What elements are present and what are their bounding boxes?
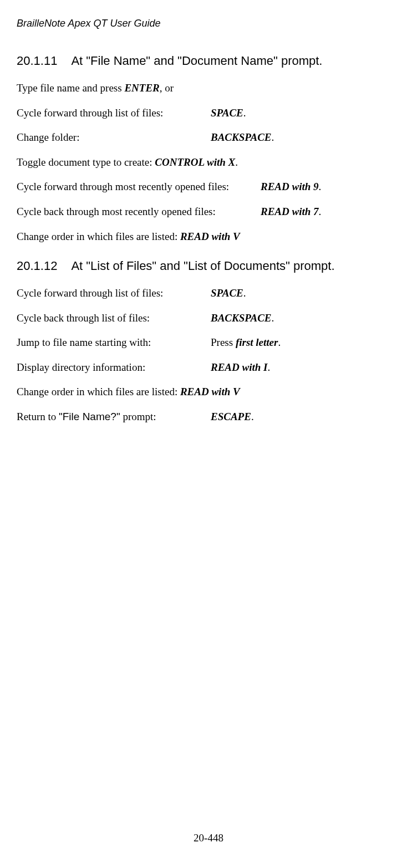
doc-header: BrailleNote Apex QT User Guide bbox=[17, 17, 395, 30]
command-label: Change order in which files are listed: bbox=[17, 386, 180, 397]
text: , or bbox=[160, 82, 174, 94]
key: CONTROL with X bbox=[155, 156, 235, 168]
text: Type file name and press bbox=[17, 82, 124, 94]
text: . bbox=[278, 336, 281, 348]
command-key: READ with 7. bbox=[261, 205, 321, 219]
command-row: Display directory information: READ with… bbox=[17, 360, 395, 375]
command-label: Toggle document type to create: bbox=[17, 156, 155, 168]
key: READ with V bbox=[180, 231, 240, 242]
command-label: Cycle forward through list of files: bbox=[17, 286, 211, 301]
command-row: Jump to file name starting with: Press f… bbox=[17, 335, 395, 350]
command-row: Cycle back through list of files: BACKSP… bbox=[17, 311, 395, 326]
key: READ with I bbox=[211, 361, 267, 373]
command-label: Change order in which files are listed: bbox=[17, 231, 180, 242]
command-key: BACKSPACE. bbox=[211, 311, 274, 326]
key: ENTER bbox=[124, 82, 159, 94]
text: Press bbox=[211, 336, 236, 348]
command-row: Cycle back through most recently opened … bbox=[17, 205, 395, 219]
command-row: Cycle forward through list of files: SPA… bbox=[17, 286, 395, 301]
command-label: Cycle forward through list of files: bbox=[17, 106, 211, 121]
text: . bbox=[243, 107, 246, 119]
text: . bbox=[271, 312, 274, 324]
text: Return to bbox=[17, 411, 59, 422]
key: SPACE bbox=[211, 287, 243, 299]
text: . bbox=[319, 181, 322, 192]
prompt-name: "File Name?" bbox=[59, 411, 120, 422]
section-title: At "File Name" and "Document Name" promp… bbox=[71, 54, 322, 68]
key: READ with 7 bbox=[261, 206, 319, 217]
command-row: Change order in which files are listed: … bbox=[17, 385, 395, 400]
command-key: Press first letter. bbox=[211, 335, 281, 350]
text: . bbox=[251, 411, 254, 422]
intro-line: Type file name and press ENTER, or bbox=[17, 81, 395, 96]
text: prompt: bbox=[120, 411, 156, 422]
command-key: READ with 9. bbox=[261, 180, 321, 195]
command-label: Cycle back through list of files: bbox=[17, 311, 211, 326]
command-label: Return to "File Name?" prompt: bbox=[17, 410, 211, 425]
command-key: SPACE. bbox=[211, 106, 246, 121]
section-number: 20.1.11 bbox=[17, 53, 57, 70]
section-heading-1: 20.1.11At "File Name" and "Document Name… bbox=[17, 53, 395, 70]
text: . bbox=[319, 206, 322, 217]
key: BACKSPACE bbox=[211, 312, 271, 324]
command-row: Cycle forward through list of files: SPA… bbox=[17, 106, 395, 121]
text: . bbox=[267, 361, 270, 373]
command-row: Cycle forward through most recently open… bbox=[17, 180, 395, 195]
key: ESCAPE bbox=[211, 411, 251, 422]
text: . bbox=[243, 287, 246, 299]
key: READ with 9 bbox=[261, 181, 319, 192]
command-label: Change folder: bbox=[17, 130, 211, 145]
command-label: Cycle back through most recently opened … bbox=[17, 205, 261, 219]
command-key: ESCAPE. bbox=[211, 410, 254, 425]
command-row: Toggle document type to create: CONTROL … bbox=[17, 155, 395, 170]
section-heading-2: 20.1.12At "List of Files" and "List of D… bbox=[17, 258, 395, 275]
section-title: At "List of Files" and "List of Document… bbox=[71, 259, 334, 273]
text: . bbox=[271, 131, 274, 143]
key: SPACE bbox=[211, 107, 243, 119]
command-key: SPACE. bbox=[211, 286, 246, 301]
key: first letter bbox=[236, 336, 278, 348]
command-row: Change folder: BACKSPACE. bbox=[17, 130, 395, 145]
key: BACKSPACE bbox=[211, 131, 271, 143]
command-row: Change order in which files are listed: … bbox=[17, 229, 395, 244]
command-row: Return to "File Name?" prompt: ESCAPE. bbox=[17, 410, 395, 425]
key: READ with V bbox=[180, 386, 240, 397]
command-label: Jump to file name starting with: bbox=[17, 335, 211, 350]
command-key: BACKSPACE. bbox=[211, 130, 274, 145]
section-number: 20.1.12 bbox=[17, 258, 57, 275]
command-label: Display directory information: bbox=[17, 360, 211, 375]
text: . bbox=[235, 156, 238, 168]
command-label: Cycle forward through most recently open… bbox=[17, 180, 261, 195]
command-key: READ with I. bbox=[211, 360, 270, 375]
